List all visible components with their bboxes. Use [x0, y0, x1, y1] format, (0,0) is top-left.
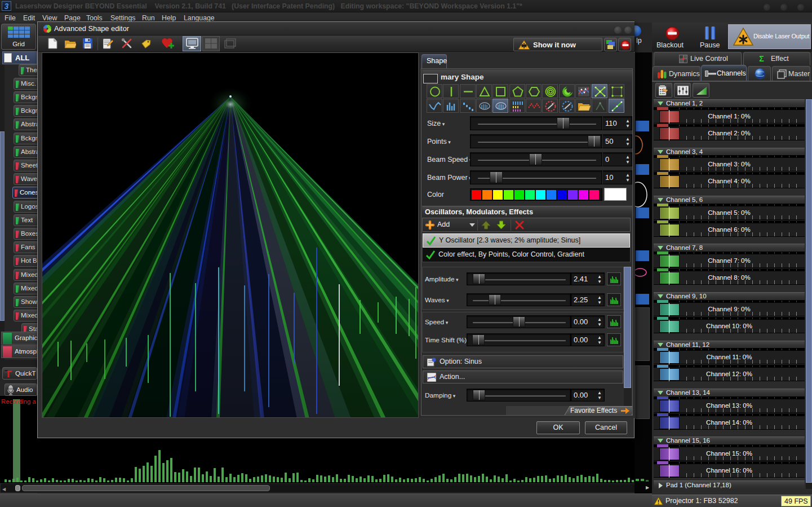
svg-text:!: ! — [658, 499, 659, 505]
